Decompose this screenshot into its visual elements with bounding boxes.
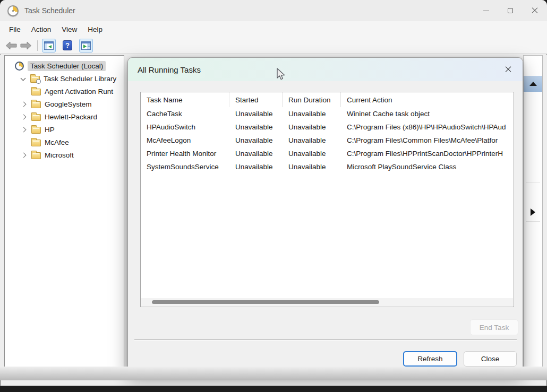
table-row[interactable]: McAfeeLogon Unavailable Unavailable C:\P… xyxy=(141,134,514,147)
close-window-button[interactable] xyxy=(523,0,547,21)
cell-task-name: Printer Health Monitor xyxy=(141,150,229,158)
tree-item-label: Agent Activation Runt xyxy=(45,88,113,95)
chevron-right-icon[interactable] xyxy=(22,153,27,158)
actions-pane-header[interactable] xyxy=(524,76,542,92)
task-scheduler-app-icon xyxy=(7,5,19,16)
scrollbar-thumb[interactable] xyxy=(152,300,379,304)
cell-current-action: Microsoft PlaySoundService Class xyxy=(341,163,514,171)
tree-item-label: HP xyxy=(45,126,55,134)
cell-run-duration: Unavailable xyxy=(283,163,341,171)
tree-item-microsoft[interactable]: Microsoft xyxy=(5,149,124,161)
chevron-right-icon[interactable] xyxy=(22,115,27,119)
minimize-icon xyxy=(483,11,489,11)
show-console-tree-button[interactable] xyxy=(42,39,56,53)
menu-view[interactable]: View xyxy=(56,23,82,36)
folder-icon xyxy=(31,114,41,121)
cell-current-action: C:\Program Files (x86)\HP\HPAudioSwitch\… xyxy=(341,123,514,131)
toolbar-separator xyxy=(37,40,38,51)
tree-item-agent-activation[interactable]: Agent Activation Runt xyxy=(5,85,124,98)
cell-started: Unavailable xyxy=(229,110,283,118)
help-button[interactable]: ? xyxy=(61,39,74,53)
cell-started: Unavailable xyxy=(229,150,283,158)
expand-right-icon[interactable] xyxy=(531,208,535,216)
window-footer xyxy=(0,367,547,380)
minimize-button[interactable] xyxy=(474,0,498,21)
dialog-titlebar[interactable]: All Running Tasks xyxy=(128,58,523,81)
column-header-current-action[interactable]: Current Action xyxy=(341,92,514,107)
column-header-started[interactable]: Started xyxy=(229,92,283,107)
cell-started: Unavailable xyxy=(229,136,283,144)
table-horizontal-scrollbar[interactable] xyxy=(141,298,513,306)
column-header-run-duration[interactable]: Run Duration xyxy=(283,92,341,107)
chevron-right-icon[interactable] xyxy=(22,127,27,132)
content-area: Task Scheduler (Local) Task Scheduler Li… xyxy=(0,55,547,371)
folder-clock-icon xyxy=(30,76,40,83)
maximize-icon xyxy=(508,8,513,13)
end-task-button[interactable]: End Task xyxy=(470,319,518,335)
menu-bar: File Action View Help xyxy=(0,21,547,37)
tree-item-googlesystem[interactable]: GoogleSystem xyxy=(5,98,124,110)
cell-run-duration: Unavailable xyxy=(283,110,341,118)
folder-icon xyxy=(31,89,41,95)
folder-icon xyxy=(31,101,41,108)
show-console-tree-icon xyxy=(44,41,54,50)
help-icon: ? xyxy=(63,40,72,50)
dialog-divider xyxy=(134,339,517,340)
dialog-title: All Running Tasks xyxy=(138,65,201,74)
column-header-task-name[interactable]: Task Name xyxy=(141,92,229,107)
actions-pane-strip xyxy=(523,55,543,375)
running-tasks-table: Task Name Started Run Duration Current A… xyxy=(140,92,514,307)
cell-current-action: C:\Program Files\Common Files\McAfee\Pla… xyxy=(341,136,514,144)
cell-current-action: C:\Program Files\HPPrintScanDoctor\HPPri… xyxy=(341,150,514,158)
tree-item-task-scheduler-library[interactable]: Task Scheduler Library xyxy=(5,72,124,85)
maximize-button[interactable] xyxy=(498,0,523,21)
clock-icon xyxy=(15,62,24,71)
cell-run-duration: Unavailable xyxy=(283,150,341,158)
cell-current-action: Wininet Cache task object xyxy=(341,110,514,118)
folder-icon xyxy=(31,152,41,159)
folder-icon xyxy=(31,140,41,146)
tree-item-task-scheduler-local[interactable]: Task Scheduler (Local) xyxy=(5,59,124,72)
cell-started: Unavailable xyxy=(229,163,283,171)
tree-item-mcafee[interactable]: McAfee xyxy=(5,136,124,149)
taskbar-edge xyxy=(0,386,547,392)
cell-task-name: HPAudioSwitch xyxy=(141,123,229,131)
dialog-close-button[interactable] xyxy=(499,60,517,79)
cell-run-duration: Unavailable xyxy=(283,123,341,131)
chevron-down-icon[interactable] xyxy=(21,76,25,81)
refresh-button[interactable]: Refresh xyxy=(403,351,457,367)
cell-task-name: McAfeeLogon xyxy=(141,136,229,144)
window-titlebar: Task Scheduler xyxy=(0,0,547,21)
table-row[interactable]: Printer Health Monitor Unavailable Unava… xyxy=(141,147,514,160)
close-icon xyxy=(505,66,511,73)
folder-icon xyxy=(31,127,41,134)
close-icon xyxy=(532,7,538,14)
toolbar: ? xyxy=(0,37,547,54)
cell-task-name: SystemSoundsService xyxy=(141,163,229,171)
show-action-pane-icon xyxy=(81,41,91,50)
menu-file[interactable]: File xyxy=(4,23,26,36)
tree-item-label: McAfee xyxy=(45,138,69,146)
tree-item-label: Microsoft xyxy=(45,151,74,159)
table-row[interactable]: SystemSoundsService Unavailable Unavaila… xyxy=(141,160,514,173)
menu-help[interactable]: Help xyxy=(82,23,108,36)
close-dialog-button[interactable]: Close xyxy=(464,351,517,367)
collapse-up-icon xyxy=(529,82,537,86)
forward-arrow-icon[interactable] xyxy=(20,41,32,50)
tree-item-label: GoogleSystem xyxy=(45,100,92,108)
chevron-right-icon[interactable] xyxy=(22,102,27,107)
tree-item-hp[interactable]: HP xyxy=(5,123,124,136)
cell-started: Unavailable xyxy=(229,123,283,131)
table-header-row: Task Name Started Run Duration Current A… xyxy=(141,92,514,107)
table-row[interactable]: HPAudioSwitch Unavailable Unavailable C:… xyxy=(141,120,514,134)
cell-run-duration: Unavailable xyxy=(283,136,341,144)
menu-action[interactable]: Action xyxy=(26,23,57,36)
tree-item-hewlett-packard[interactable]: Hewlett-Packard xyxy=(5,110,124,123)
cell-task-name: CacheTask xyxy=(141,110,229,118)
back-arrow-icon[interactable] xyxy=(5,41,17,50)
tree-item-label: Task Scheduler (Local) xyxy=(28,61,106,71)
table-row[interactable]: CacheTask Unavailable Unavailable Winine… xyxy=(141,107,514,120)
console-tree-panel: Task Scheduler (Local) Task Scheduler Li… xyxy=(4,55,124,375)
show-action-pane-button[interactable] xyxy=(79,39,93,53)
task-scheduler-window: Task Scheduler File Action View Help xyxy=(0,0,547,386)
